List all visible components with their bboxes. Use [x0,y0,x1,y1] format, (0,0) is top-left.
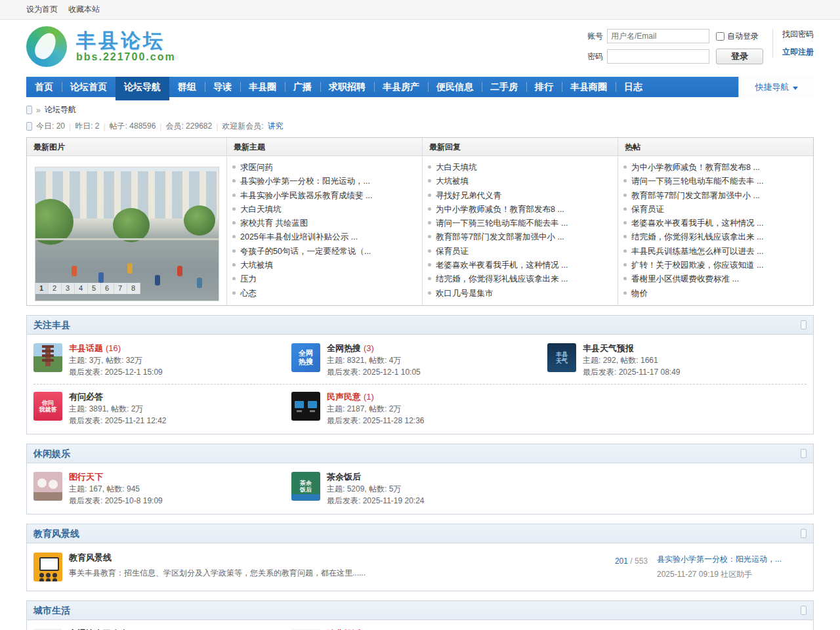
login-button[interactable]: 登录 [716,49,763,64]
forum-card[interactable]: 茶余 饭后 茶余饭后 主题: 5209, 帖数: 5万 最后发表: 2025-1… [285,465,541,513]
nav-item-realestate[interactable]: 丰县房产 [374,77,428,97]
topic-link[interactable]: 结完婚，你觉得彩礼钱应该拿出来 ... [428,272,612,286]
nav-item-jobs[interactable]: 求职招聘 [320,77,374,97]
topic-link[interactable]: 大白天填坑 [232,203,417,217]
topic-link[interactable]: 县实验小学第一分校：阳光运动，... [232,175,417,188]
topic-link[interactable]: 丰县实验小学民族器乐教育成绩斐 ... [232,189,417,203]
topic-link[interactable]: 丰县民兵训练基地怎么样可以进去 ... [623,245,808,259]
nav-item-broadcast[interactable]: 广播 [285,77,320,97]
nav-item-forum-index[interactable]: 论坛首页 [62,77,116,97]
topic-link[interactable]: 求医问药 [232,161,417,175]
topic-link[interactable]: 大白天填坑 [428,161,612,175]
collapse-icon[interactable] [801,320,807,329]
section-education: 教育风景线 教育风景线 事关丰县教育：招生信息、学区划分及入学政策等，您关系的教… [26,524,814,591]
latest-image-slide[interactable]: 1 2 3 4 5 6 7 8 [35,167,219,301]
forum-lastpost-line: 最后发表: 2025-12-1 10:05 [327,368,421,377]
section-title[interactable]: 关注丰县 [33,316,70,335]
lastpost-title-link[interactable]: 县实验小学第一分校：阳光运动，... [657,554,807,565]
forum-title-link[interactable]: 丰县天气预报 [583,343,634,353]
topic-link[interactable]: 大坑被填 [428,175,612,188]
topic-link[interactable]: 老婆喜欢半夜看我手机，这种情况 ... [428,259,612,272]
topic-link[interactable]: 为中小学教师减负！教育部发布8 ... [428,203,612,217]
topic-link[interactable]: 结完婚，你觉得彩礼钱应该拿出来 ... [623,230,808,244]
bookmark-site-link[interactable]: 收藏本站 [68,4,100,15]
topic-link[interactable]: 大坑被填 [232,259,417,272]
find-password-link[interactable]: 找回密码 [782,29,814,40]
forum-title-link[interactable]: 教育风景线 [69,553,112,562]
section-title[interactable]: 休闲娱乐 [33,444,70,463]
nav-item-fengxian-circle[interactable]: 丰县圈 [240,77,285,97]
forum-title-link[interactable]: 茶余饭后 [327,472,361,482]
forum-title-link[interactable]: 有问必答 [69,392,103,402]
forum-card[interactable]: 图行天下 主题: 167, 帖数: 945 最后发表: 2025-10-8 19… [27,465,285,513]
nav-item-groups[interactable]: 群组 [169,77,205,97]
forum-card[interactable]: 交通违章曝光台 主题: 88, 帖数: 1096 最后发表: 2025-4-11… [27,621,285,630]
weather-forum-icon: 丰县 天气 [547,343,576,372]
topic-link[interactable]: 香榭里小区供暖费收费标准 ... [623,272,808,286]
topic-link[interactable]: 为中小学教师减负！教育部发布8 ... [623,161,808,175]
forum-card[interactable]: 民声民意(1) 主题: 2187, 帖数: 2万 最后发表: 2025-11-2… [285,385,541,432]
topic-link[interactable]: 家校共育 共绘蓝图 [232,217,417,230]
quick-nav-dropdown[interactable]: 快捷导航 [738,77,814,97]
logo-swirl-icon [26,26,67,67]
pager-2[interactable]: 2 [49,283,62,294]
forum-title-link[interactable]: 图行天下 [69,472,103,482]
topic-link[interactable]: 保育员证 [428,245,612,259]
collapse-icon[interactable] [801,606,807,615]
forum-card[interactable]: 丰县话题(16) 主题: 3万, 帖数: 32万 最后发表: 2025-12-1… [27,336,285,384]
nav-item-forum-nav[interactable]: 论坛导航 [116,77,169,100]
section-follow-fengxian: 关注丰县 丰县话题(16) 主题: 3万, 帖数: 32万 最后发表: 2025… [26,315,814,434]
pager-7[interactable]: 7 [114,283,127,294]
auto-login-checkbox[interactable] [716,32,724,41]
pager-1[interactable]: 1 [35,283,49,294]
topic-link[interactable]: 老婆喜欢半夜看我手机，这种情况 ... [623,217,808,230]
nav-item-guide[interactable]: 导读 [205,77,240,97]
set-homepage-link[interactable]: 设为首页 [26,4,58,15]
topic-link[interactable]: 教育部等7部门发文部署加强中小 ... [428,230,612,244]
password-input[interactable] [607,49,709,64]
pager-6[interactable]: 6 [101,283,114,294]
pager-8[interactable]: 8 [127,283,140,294]
nav-item-ranking[interactable]: 排行 [526,77,562,97]
collapse-icon[interactable] [801,449,807,458]
forum-title-link[interactable]: 丰县话题 [69,343,103,353]
forum-card[interactable]: 全网 热搜 全网热搜(3) 主题: 8321, 帖数: 4万 最后发表: 202… [285,336,541,384]
nav-item-secondhand-house[interactable]: 二手房 [482,77,526,97]
forum-card[interactable]: 丰县 天气 丰县天气预报 主题: 292, 帖数: 1661 最后发表: 202… [541,336,813,384]
section-title[interactable]: 城市生活 [33,601,70,620]
site-logo[interactable]: 丰县论坛 bbs.221700.com [26,26,176,67]
pager-3[interactable]: 3 [62,283,75,294]
section-title[interactable]: 教育风景线 [33,524,79,543]
pager-4[interactable]: 4 [75,283,88,294]
collapse-icon[interactable] [801,529,807,538]
topic-link[interactable]: 压力 [232,272,417,286]
topic-link[interactable]: 教育部等7部门发文部署加强中小 ... [623,189,808,203]
pager-5[interactable]: 5 [88,283,101,294]
topic-link[interactable]: 欢口几号是集市 [428,287,612,301]
forum-title-link[interactable]: 全网热搜 [327,343,361,353]
username-input[interactable] [607,29,709,43]
topic-link[interactable]: 扩转！关于校园欺凌，你应该知道 ... [623,259,808,272]
forum-card[interactable]: 教育风景线 事关丰县教育：招生信息、学区划分及入学政策等，您关系的教育问题，都在… [27,545,813,589]
topic-link[interactable]: 物价 [623,287,808,301]
newest-member-link[interactable]: 讲究 [268,121,284,132]
topic-link[interactable]: 寻找好兄弟代义青 [428,189,612,203]
figure-shape [155,275,160,285]
nav-item-convenience-info[interactable]: 便民信息 [428,77,482,97]
nav-item-home[interactable]: 首页 [26,77,62,97]
topic-link[interactable]: 保育员证 [623,203,808,217]
forum-card[interactable]: 你问 我就答 有问必答 主题: 3891, 帖数: 2万 最后发表: 2025-… [27,385,285,432]
topic-link[interactable]: 请问一下骑三轮电动车能不能去丰 ... [623,175,808,188]
topic-link[interactable]: 请问一下骑三轮电动车能不能去丰 ... [428,217,612,230]
topic-link[interactable]: 心态 [232,287,417,301]
nav-item-business-circle[interactable]: 丰县商圈 [562,77,616,97]
nav-item-blog[interactable]: 日志 [616,77,651,97]
forum-card[interactable]: 消费者 消费投诉 主题: 206, 帖数: 2721 最后发表: 2025-10… [285,621,541,630]
lastpost-meta: 2025-11-27 09:19 社区助手 [657,569,807,580]
topic-link[interactable]: 夸孩子的50句话，一定要经常说（... [232,245,417,259]
home-icon[interactable] [26,106,32,114]
register-link[interactable]: 立即注册 [782,47,814,58]
forum-stats-line: 主题: 3万, 帖数: 32万 [69,356,163,365]
forum-title-link[interactable]: 民声民意 [327,392,361,402]
topic-link[interactable]: 2025年丰县创业培训补贴公示 ... [232,230,417,244]
